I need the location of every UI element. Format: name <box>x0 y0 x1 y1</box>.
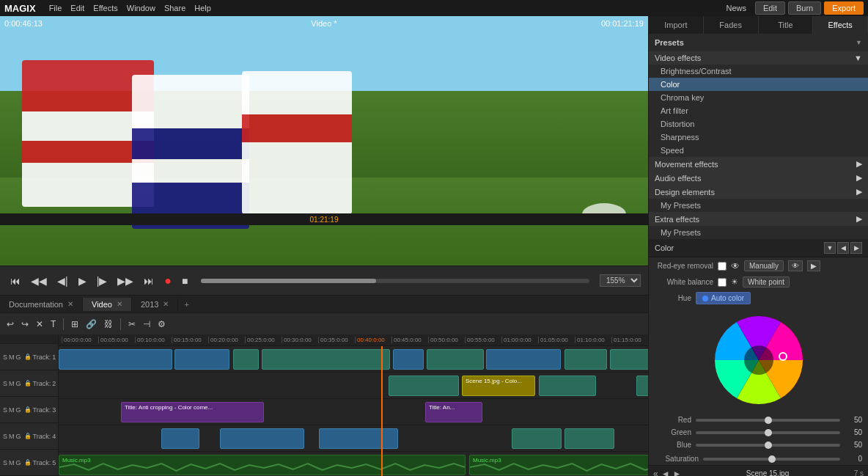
menu-file[interactable]: File <box>49 4 62 12</box>
clip-1-4[interactable] <box>262 349 390 370</box>
menu-window[interactable]: Window <box>127 4 155 12</box>
edit-button[interactable]: Edit <box>755 1 785 15</box>
vfx-color[interactable]: Color <box>649 78 868 91</box>
tab-title[interactable]: Title <box>759 16 814 34</box>
my-presets1[interactable]: My Presets <box>649 199 868 212</box>
track2-s[interactable]: S <box>3 380 7 387</box>
menu-edit[interactable]: Edit <box>70 4 84 12</box>
collapse-btn[interactable]: « <box>653 469 658 477</box>
track2-g[interactable]: G <box>16 380 21 387</box>
rewind-button[interactable]: ⏮ <box>7 274 23 288</box>
nav-prev-btn[interactable]: ◀ <box>837 242 849 254</box>
tl-split[interactable]: ⊞ <box>69 318 81 331</box>
track3-g[interactable]: G <box>16 406 21 414</box>
nav-next-btn[interactable]: ▶ <box>850 242 862 254</box>
track5-s[interactable]: S <box>3 459 7 466</box>
track4-g[interactable]: G <box>16 433 21 440</box>
red-eye-arrow[interactable]: ▶ <box>807 260 820 271</box>
tl-delete[interactable]: ✕ <box>34 318 45 331</box>
tab-import[interactable]: Import <box>649 16 704 34</box>
nav-down-btn[interactable]: ▼ <box>824 242 836 254</box>
vfx-distortion[interactable]: Distortion <box>649 117 868 131</box>
track1-s[interactable]: S <box>3 354 7 361</box>
clip-1-1[interactable] <box>59 349 172 370</box>
clip-1-2[interactable] <box>174 349 229 370</box>
menu-effects[interactable]: Effects <box>93 4 117 12</box>
movement-effects-header[interactable]: Movement effects ▶ <box>649 157 868 171</box>
export-button[interactable]: Export <box>824 1 864 15</box>
white-balance-checkbox[interactable] <box>718 278 727 287</box>
record-button[interactable]: ● <box>161 273 174 289</box>
hue-wheel[interactable] <box>711 312 806 408</box>
blue-slider[interactable] <box>696 444 840 447</box>
clip-2-2[interactable]: Scene 15.jpg - Colo... <box>462 376 535 396</box>
clip-2-4[interactable] <box>636 376 648 396</box>
tab-video[interactable]: Video ✕ <box>83 298 132 311</box>
clip-1-6[interactable] <box>427 349 484 370</box>
clip-4-1[interactable] <box>161 428 199 449</box>
vfx-brightness[interactable]: Brightness/Contrast <box>649 65 868 78</box>
track5-m[interactable]: M <box>9 459 15 466</box>
clip-4-5[interactable] <box>564 428 614 449</box>
tl-cut[interactable]: ✂ <box>126 318 138 331</box>
vfx-speed[interactable]: Speed <box>649 144 868 157</box>
progress-bar[interactable] <box>201 279 589 283</box>
design-elements-header[interactable]: Design elements ▶ <box>649 185 868 199</box>
extra-btn[interactable]: ■ <box>179 274 191 288</box>
track3-s[interactable]: S <box>3 406 7 414</box>
clip-1-8[interactable] <box>564 349 607 370</box>
clip-2-1[interactable] <box>389 376 459 396</box>
tl-text[interactable]: T <box>48 318 58 331</box>
clip-1-5[interactable] <box>393 349 424 370</box>
step-back-button[interactable]: ◀| <box>54 274 71 288</box>
track4-m[interactable]: M <box>9 433 15 440</box>
play-button[interactable]: ▶ <box>76 274 89 288</box>
clip-2-3[interactable] <box>539 376 596 396</box>
tl-unlink[interactable]: ⛓ <box>102 318 115 331</box>
audio-effects-header[interactable]: Audio effects ▶ <box>649 171 868 185</box>
zoom-select[interactable]: 155% <box>600 274 641 287</box>
red-eye-icon-btn[interactable]: 👁 <box>788 260 803 271</box>
track2-m[interactable]: M <box>9 380 15 387</box>
clip-3-1[interactable]: Title: Anti cropping - Color come... <box>121 402 264 422</box>
extra-effects-header[interactable]: Extra effects ▶ <box>649 212 868 226</box>
menu-help[interactable]: Help <box>194 4 211 12</box>
vfx-sharpness[interactable]: Sharpness <box>649 131 868 144</box>
add-tab-button[interactable]: + <box>178 299 194 310</box>
tl-trim[interactable]: ⊣ <box>141 318 152 331</box>
tab-2013[interactable]: 2013 ✕ <box>132 298 178 311</box>
vfx-group-header[interactable]: Video effects ▼ <box>649 51 868 65</box>
close-video-tab[interactable]: ✕ <box>117 300 122 308</box>
red-eye-checkbox[interactable] <box>718 262 727 271</box>
clip-1-7[interactable] <box>486 349 561 370</box>
burn-button[interactable]: Burn <box>788 1 821 15</box>
tab-fades[interactable]: Fades <box>704 16 759 34</box>
clip-4-4[interactable] <box>512 428 562 449</box>
red-slider[interactable] <box>696 419 840 422</box>
white-point-button[interactable]: White point <box>743 277 790 288</box>
close-2013-tab[interactable]: ✕ <box>163 300 169 308</box>
close-documentation-tab[interactable]: ✕ <box>67 300 73 308</box>
clip-1-3[interactable] <box>233 349 259 370</box>
prev-button[interactable]: ◀◀ <box>28 274 50 288</box>
green-slider[interactable] <box>696 431 840 434</box>
prev-scene-btn[interactable]: ◄ <box>661 469 670 477</box>
track1-g[interactable]: G <box>16 354 21 361</box>
track5-g[interactable]: G <box>16 459 21 466</box>
vfx-artfilter[interactable]: Art filter <box>649 104 868 117</box>
track3-m[interactable]: M <box>9 406 15 414</box>
vfx-chroma[interactable]: Chroma key <box>649 91 868 104</box>
tl-undo[interactable]: ↩ <box>4 318 16 331</box>
clip-5-2[interactable]: Music.mp3 <box>469 455 648 475</box>
presets-expand[interactable]: ▼ <box>856 39 862 46</box>
next-button[interactable]: ▶▶ <box>114 274 136 288</box>
track1-m[interactable]: M <box>9 354 15 361</box>
clip-1-9[interactable] <box>610 349 648 370</box>
my-presets2[interactable]: My Presets <box>649 226 868 239</box>
clip-5-1[interactable]: Music.mp3 <box>59 455 466 475</box>
tl-effect[interactable]: ⚙ <box>155 318 168 331</box>
track4-s[interactable]: S <box>3 433 7 440</box>
manually-button[interactable]: Manually <box>744 260 784 271</box>
menu-share[interactable]: Share <box>164 4 185 12</box>
tl-redo[interactable]: ↪ <box>19 318 31 331</box>
